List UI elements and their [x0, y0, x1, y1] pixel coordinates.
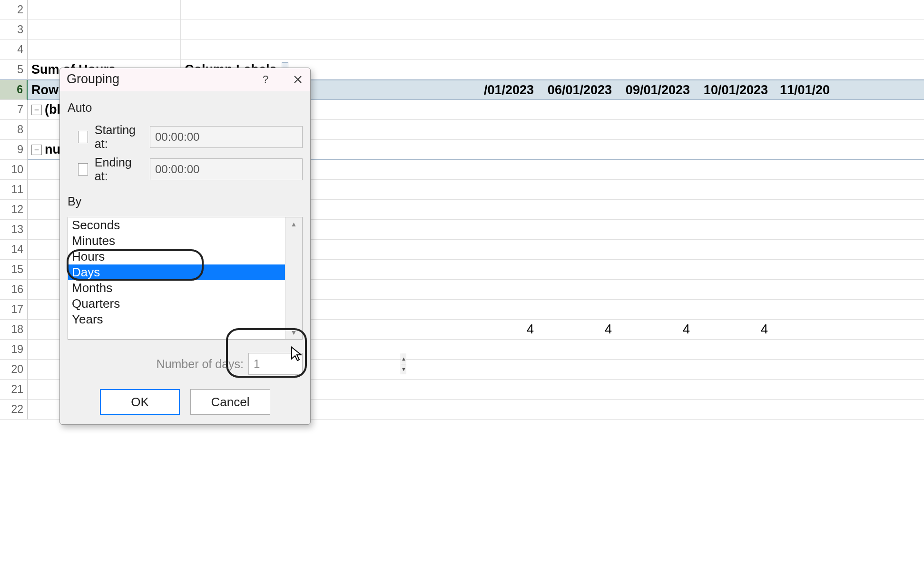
pivot-value-cell[interactable]: 4 [460, 320, 538, 339]
row-header[interactable]: 22 [0, 400, 28, 420]
pivot-date-header[interactable]: 10/01/2023 [694, 80, 772, 99]
row-header[interactable]: 15 [0, 260, 28, 280]
row-header[interactable]: 8 [0, 120, 28, 140]
pivot-value-cell[interactable]: 4 [694, 320, 772, 339]
collapse-icon[interactable]: − [31, 145, 42, 155]
row-header[interactable]: 16 [0, 280, 28, 300]
number-of-days-spinner[interactable]: ▲ ▼ [248, 353, 303, 375]
grouping-listbox[interactable]: Seconds Minutes Hours Days Months Quarte… [68, 217, 303, 340]
row-header[interactable]: 20 [0, 360, 28, 380]
number-of-days-label: Number of days: [157, 357, 244, 371]
pivot-value-cell[interactable]: 4 [616, 320, 694, 339]
ending-at-label: Ending at: [95, 156, 143, 183]
pivot-date-header[interactable]: /01/2023 [460, 80, 538, 99]
dialog-titlebar: Grouping ? [60, 68, 310, 91]
pivot-value-cell[interactable]: 4 [538, 320, 616, 339]
cancel-button[interactable]: Cancel [190, 389, 270, 415]
grouping-dialog: Grouping ? Auto Starting at: Ending at: … [59, 68, 311, 425]
pivot-date-header[interactable]: 06/01/2023 [538, 80, 616, 99]
row-header[interactable]: 14 [0, 240, 28, 260]
row-header[interactable]: 11 [0, 180, 28, 200]
row-header[interactable]: 17 [0, 300, 28, 320]
pivot-date-header[interactable]: 11/01/20 [772, 80, 834, 99]
pivot-null-label: nu [45, 142, 60, 157]
auto-section-label: Auto [68, 101, 303, 115]
row-header[interactable]: 3 [0, 20, 28, 40]
ok-button[interactable]: OK [100, 389, 180, 415]
spinner-down-icon[interactable]: ▼ [401, 364, 406, 375]
row-header[interactable]: 10 [0, 160, 28, 180]
row-header[interactable]: 18 [0, 320, 28, 340]
list-item-hours[interactable]: Hours [68, 249, 285, 264]
close-icon[interactable] [291, 73, 305, 86]
starting-at-label: Starting at: [95, 123, 143, 151]
row-header[interactable]: 12 [0, 200, 28, 220]
list-item-quarters[interactable]: Quarters [68, 296, 285, 312]
row-header[interactable]: 13 [0, 220, 28, 240]
starting-at-input[interactable] [150, 126, 303, 148]
row-header[interactable]: 4 [0, 40, 28, 60]
scroll-down-icon[interactable]: ▼ [285, 326, 302, 339]
spinner-up-icon[interactable]: ▲ [401, 353, 406, 364]
help-icon[interactable]: ? [259, 73, 272, 86]
list-item-minutes[interactable]: Minutes [68, 233, 285, 249]
list-item-seconds[interactable]: Seconds [68, 217, 285, 233]
row-header[interactable]: 19 [0, 340, 28, 360]
row-header[interactable]: 5 [0, 60, 28, 80]
row-header[interactable]: 21 [0, 380, 28, 400]
listbox-scrollbar[interactable]: ▲ ▼ [285, 217, 302, 339]
scroll-up-icon[interactable]: ▲ [285, 217, 302, 231]
pivot-date-header[interactable]: 09/01/2023 [616, 80, 694, 99]
dialog-title: Grouping [67, 72, 119, 87]
pivot-blank-label: (bl [45, 102, 60, 117]
row-header[interactable]: 9 [0, 140, 28, 160]
row-headers: 2 3 4 5 6 7 8 9 10 11 12 13 14 15 16 17 … [0, 0, 28, 420]
starting-at-checkbox[interactable] [78, 131, 88, 143]
list-item-months[interactable]: Months [68, 280, 285, 296]
ending-at-checkbox[interactable] [78, 163, 88, 176]
by-section-label: By [68, 195, 303, 208]
list-item-years[interactable]: Years [68, 312, 285, 327]
row-header-active[interactable]: 6 [0, 80, 28, 100]
list-item-days[interactable]: Days [68, 264, 285, 280]
number-of-days-input[interactable] [249, 353, 401, 374]
collapse-icon[interactable]: − [31, 105, 42, 115]
row-header[interactable]: 2 [0, 0, 28, 20]
row-header[interactable]: 7 [0, 100, 28, 120]
ending-at-input[interactable] [150, 158, 303, 180]
